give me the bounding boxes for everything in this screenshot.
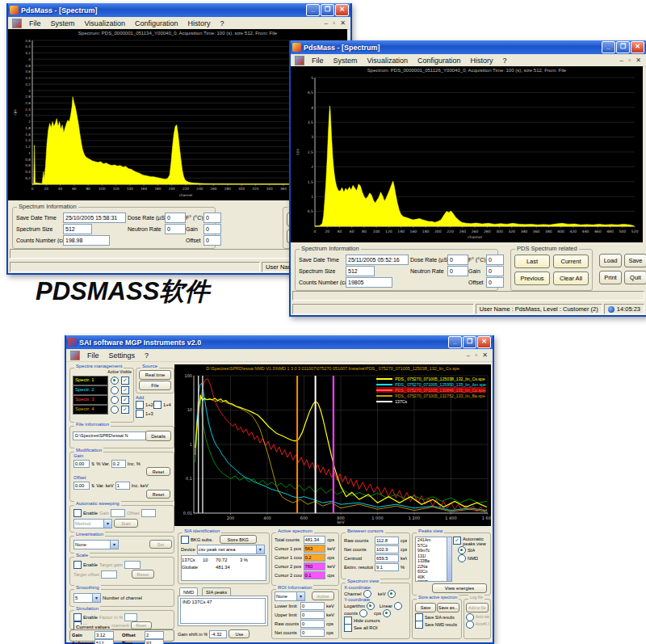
add-checkbox-1plus4[interactable] bbox=[153, 401, 162, 409]
current-button[interactable]: Current bbox=[553, 255, 589, 268]
value-field[interactable]: 0.2 bbox=[304, 554, 326, 562]
add-to-file-button[interactable]: Add to file bbox=[466, 603, 489, 612]
maximize-button[interactable]: ❐ bbox=[321, 4, 334, 16]
menu-item-?[interactable]: ? bbox=[497, 56, 511, 65]
file-button[interactable]: File bbox=[139, 381, 171, 390]
value-field[interactable]: 112.8 bbox=[375, 537, 399, 545]
offset-inc-field[interactable]: 1 bbox=[115, 482, 130, 490]
linearisation-set-button[interactable]: Set bbox=[149, 540, 172, 549]
save-button[interactable]: Save bbox=[624, 254, 646, 267]
value-field[interactable]: 0 bbox=[300, 611, 325, 619]
last-button[interactable]: Last bbox=[514, 255, 550, 268]
sweep-method-select[interactable]: Method bbox=[73, 519, 112, 528]
offset-reset-button[interactable]: Reset bbox=[146, 490, 170, 499]
menu-item-?[interactable]: ? bbox=[140, 351, 153, 360]
field-value[interactable]: 0 bbox=[447, 255, 468, 265]
offset-spinner[interactable]: 0.00 bbox=[73, 482, 90, 490]
titlebar[interactable]: PdsMass - [Spectrum] _ ❐ ✕ bbox=[291, 40, 646, 54]
menu-item-file[interactable]: File bbox=[307, 56, 329, 65]
linearisation-select[interactable]: None bbox=[73, 540, 119, 549]
legend-entry[interactable]: PDS_ 075270_071005_130846_131_lin_Co.spe bbox=[376, 387, 486, 393]
value-field[interactable]: 563 bbox=[304, 545, 326, 553]
checkbox-see-all-roi[interactable] bbox=[344, 624, 352, 632]
sweeping-enable-checkbox[interactable] bbox=[73, 509, 82, 517]
target-offset-field[interactable] bbox=[101, 570, 117, 579]
visible-checkbox[interactable]: ✓ bbox=[121, 396, 129, 404]
quit-button[interactable]: Quit bbox=[624, 271, 646, 284]
value-field[interactable]: 0.1 bbox=[304, 571, 326, 579]
details-button[interactable]: Details bbox=[145, 431, 171, 441]
file-path-field[interactable]: D:\Spectres\SPRD\essai N bbox=[73, 431, 146, 440]
menu-item-file[interactable]: File bbox=[82, 351, 104, 360]
gain-spinner[interactable]: 0.00 bbox=[73, 460, 90, 468]
mdi-window-controls[interactable]: ‒ ▫ ✕ bbox=[467, 351, 493, 359]
menu-item-history[interactable]: History bbox=[182, 19, 215, 28]
field-value[interactable]: 512 bbox=[63, 224, 92, 234]
spinner-arrows-icon[interactable]: ⇅ bbox=[91, 461, 94, 466]
menu-item-history[interactable]: History bbox=[465, 56, 497, 65]
bkg-subs-checkbox[interactable] bbox=[181, 536, 189, 544]
active-radio[interactable] bbox=[111, 406, 119, 414]
minimize-button[interactable]: _ bbox=[602, 41, 615, 53]
active-radio[interactable] bbox=[111, 396, 119, 404]
value-field[interactable]: 760 bbox=[304, 562, 326, 570]
peaks-listbox[interactable]: 241Am57Co99mTc131I133Ba22Na60Co40K232Th2… bbox=[415, 537, 452, 582]
menu-item-file[interactable]: File bbox=[24, 19, 46, 28]
gain-inc-field[interactable]: 0.2 bbox=[111, 460, 126, 468]
menu-item-configuration[interactable]: Configuration bbox=[130, 19, 183, 28]
field-value[interactable]: 0 bbox=[203, 235, 221, 246]
roi-select[interactable]: None bbox=[275, 591, 305, 601]
visible-checkbox[interactable]: ✓ bbox=[121, 386, 129, 394]
visible-checkbox[interactable]: ✓ bbox=[121, 377, 129, 385]
field-value[interactable]: 25/10/2005 15:58:31 bbox=[63, 213, 126, 223]
close-button[interactable]: ✕ bbox=[631, 41, 644, 53]
minimize-button[interactable]: _ bbox=[306, 4, 320, 16]
x-option-radio-channel[interactable] bbox=[363, 590, 371, 598]
close-button[interactable]: ✕ bbox=[477, 336, 491, 348]
field-value[interactable]: 0 bbox=[203, 213, 221, 223]
target-gain-field[interactable] bbox=[124, 561, 141, 569]
spectrum-chart-2[interactable]: 0,511,522,533,544,5502040608010012014016… bbox=[294, 74, 640, 239]
device-select[interactable]: csv peak net area bbox=[197, 545, 265, 554]
automatic-peaks-view-checkbox[interactable]: ✓ bbox=[453, 537, 461, 545]
mode-radio-nmd[interactable] bbox=[458, 554, 466, 562]
legend-entry[interactable]: PDS_ 075270_071005_132752_133_lin_Ba.spe bbox=[376, 393, 486, 398]
mode-radio-sia[interactable] bbox=[458, 546, 466, 554]
x-option-radio-kev[interactable] bbox=[388, 590, 396, 598]
menu-item-?[interactable]: ? bbox=[215, 19, 229, 28]
maximize-button[interactable]: ❐ bbox=[463, 336, 476, 348]
field-value[interactable]: 0 bbox=[165, 224, 186, 234]
menu-item-configuration[interactable]: Configuration bbox=[413, 56, 466, 65]
visible-checkbox[interactable]: ✓ bbox=[121, 406, 129, 414]
value-field[interactable]: 9.1 bbox=[375, 563, 399, 571]
clear-all-button[interactable]: Clear All bbox=[553, 271, 589, 285]
checkbox-save-nmd-results[interactable] bbox=[415, 621, 423, 629]
menu-item-system[interactable]: System bbox=[46, 19, 80, 28]
y-option-radio-linear[interactable] bbox=[394, 602, 402, 610]
roi-active-button[interactable]: Active bbox=[312, 591, 334, 600]
field-value[interactable]: 198.98 bbox=[63, 235, 110, 246]
legend-entry[interactable]: PDS_ 075270_071005_125038_132_lin_Cs.spe bbox=[376, 376, 486, 381]
sweep-gain-field[interactable] bbox=[111, 509, 125, 517]
view-energies-button[interactable]: View energies bbox=[432, 583, 487, 593]
legend-entry[interactable]: 137Cs bbox=[376, 398, 486, 404]
active-radio[interactable] bbox=[111, 386, 119, 394]
menu-item-settings[interactable]: Settings bbox=[104, 351, 141, 360]
spinner-arrows-icon[interactable]: ⇅ bbox=[91, 483, 94, 488]
titlebar[interactable]: SAI software MGP Instruments v2.0 _ ❐ ✕ bbox=[66, 335, 493, 349]
titlebar[interactable]: PdsMass - [Spectrum] _ ❐ ✕ bbox=[8, 3, 350, 17]
scale-enable-checkbox[interactable] bbox=[73, 561, 82, 569]
previous-button[interactable]: Previous bbox=[514, 271, 550, 285]
field-value[interactable]: 0 bbox=[486, 255, 504, 265]
field-value[interactable]: 25/11/2005 05:52:16 bbox=[346, 255, 409, 265]
count-option-radio-counts[interactable] bbox=[359, 609, 367, 617]
scale-reset-button[interactable]: Reset bbox=[132, 570, 154, 579]
menu-item-visualization[interactable]: Visualization bbox=[80, 19, 130, 28]
save-button[interactable]: Save bbox=[415, 603, 436, 612]
print-button[interactable]: Print bbox=[599, 271, 622, 284]
value-field[interactable]: 659.5 bbox=[375, 554, 399, 562]
field-value[interactable]: 0 bbox=[203, 224, 221, 234]
real-time-button[interactable]: Real time bbox=[139, 370, 171, 380]
menu-item-system[interactable]: System bbox=[329, 56, 363, 65]
value-field[interactable]: 0 bbox=[300, 629, 325, 637]
